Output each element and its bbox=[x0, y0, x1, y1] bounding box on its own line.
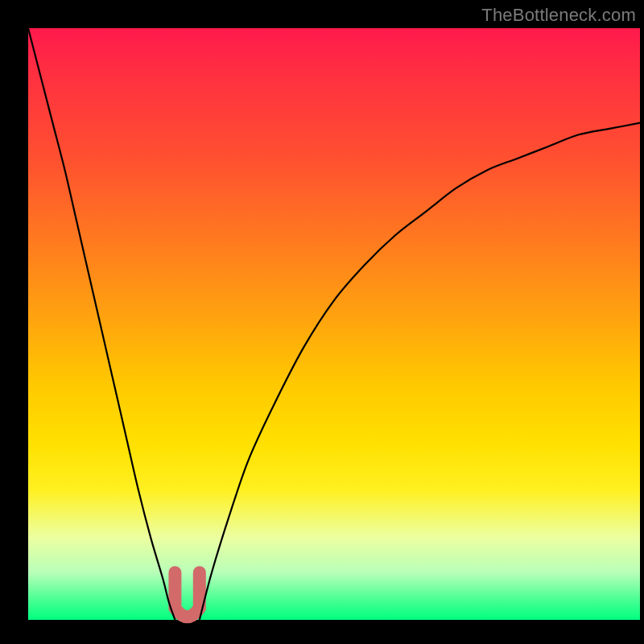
chart-frame: TheBottleneck.com bbox=[0, 0, 644, 644]
left-branch-curve bbox=[28, 28, 175, 620]
right-branch-curve bbox=[200, 123, 640, 620]
watermark-text: TheBottleneck.com bbox=[481, 5, 636, 26]
curve-layer bbox=[28, 28, 640, 620]
valley-highlight bbox=[175, 572, 199, 617]
plot-area bbox=[28, 28, 640, 620]
